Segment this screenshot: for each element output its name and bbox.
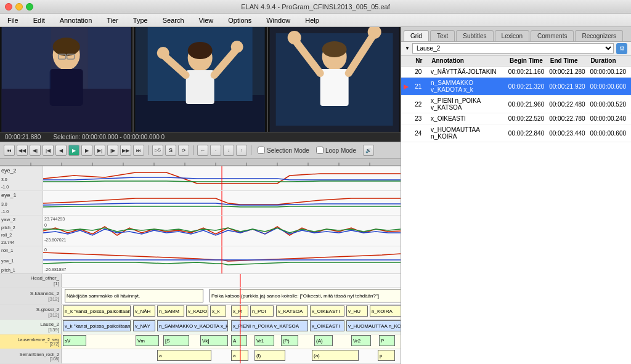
annotation-block[interactable]: x_OIKEASTI <box>310 305 344 317</box>
right-panel: Grid Text Subtitles Lexicon Comments Rec… <box>401 27 631 364</box>
go-to-end-button[interactable]: ⏭ <box>133 145 144 156</box>
annotation-block[interactable]: (P) <box>281 335 298 346</box>
selection-mode-checkbox[interactable] <box>258 147 265 154</box>
menu-type[interactable]: Type <box>131 15 150 25</box>
svg-rect-9 <box>88 27 131 89</box>
annotation-block[interactable]: x_k <box>210 305 226 317</box>
row-nr: 20 <box>412 68 428 76</box>
menu-options[interactable]: Options <box>226 15 254 25</box>
annotation-block[interactable]: v_KADO <box>186 305 208 317</box>
step-btn[interactable]: S <box>165 145 176 156</box>
prev-unit-button[interactable]: ◀ <box>55 145 67 156</box>
menu-view[interactable]: View <box>197 15 216 25</box>
row-annotation: v_HUOMAUTTAA n_KOIRA <box>428 126 506 140</box>
annotation-block[interactable]: n_SAMM <box>157 305 184 317</box>
list-item[interactable]: 24 v_HUOMAUTTAA n_KOIRA 00:00:22.840 00:… <box>401 124 631 142</box>
annotation-block[interactable]: v_NÄY <box>133 320 155 331</box>
annotation-block[interactable]: n_SAMMAKKO v_KADOTA x_k <box>157 320 228 331</box>
tier-dropdown[interactable]: ▼ Lause_2 ⚙ <box>401 42 631 55</box>
annotation-block[interactable]: (a) <box>312 350 359 361</box>
tier-content-head-other[interactable] <box>62 274 401 287</box>
annotation-block[interactable]: a <box>231 350 248 361</box>
annotation-block[interactable]: sV <box>63 335 86 346</box>
next-frame-button[interactable]: ▶▶ <box>120 145 131 156</box>
annotation-block[interactable]: n_k "kansi_poissa_paikoiltaan" <box>63 305 131 317</box>
annotation-block[interactable]: n_POI <box>250 305 274 317</box>
annotation-block[interactable]: P <box>379 335 395 346</box>
annotation-block[interactable]: v_HUOMAUTTAA n_KOIRA <box>346 320 401 331</box>
list-item[interactable]: 23 x_OIKEASTI 00:00:22.520 00:00:22.780 … <box>401 113 631 124</box>
menu-annotation[interactable]: Annotation <box>57 15 95 25</box>
tab-text[interactable]: Text <box>430 30 455 41</box>
next-annotation-button[interactable]: ▶| <box>94 145 105 156</box>
annotation-block[interactable]: a <box>157 350 211 361</box>
annotation-block[interactable]: x_OIKEASTI <box>310 320 344 331</box>
tier-content-semanttinen2[interactable]: a a (l) (a) p <box>62 349 401 363</box>
loop-mode-checkbox[interactable] <box>316 147 324 154</box>
tier-content-skaannos2[interactable]: Näköjään sammakko oli hävinnyt. Poika ka… <box>62 288 401 304</box>
svg-point-18 <box>231 41 243 53</box>
annotation-block[interactable]: (A) <box>314 335 333 346</box>
annotation-step-btn[interactable]: ▷S <box>152 145 163 156</box>
prev-second-button[interactable]: ◀| <box>30 145 41 156</box>
loop-btn[interactable]: ⟳ <box>178 145 189 156</box>
window-controls[interactable] <box>5 3 33 10</box>
tab-subtitles[interactable]: Subtitles <box>456 30 493 41</box>
annotation-block[interactable]: v_NÄH <box>133 305 155 317</box>
close-button[interactable] <box>5 3 12 10</box>
annotation-block[interactable]: Näköjään sammakko oli hävinnyt. <box>65 289 203 302</box>
minimize-button[interactable] <box>15 3 23 10</box>
prev-annotation-button[interactable]: |◀ <box>43 145 54 156</box>
annotation-block[interactable]: Vr2 <box>351 335 371 346</box>
menu-help[interactable]: Help <box>303 15 322 25</box>
annotation-block[interactable]: n_KOIRA <box>370 305 401 317</box>
tier-select[interactable]: Lause_2 <box>412 43 614 54</box>
menu-search[interactable]: Search <box>160 15 187 25</box>
selection-info: Selection: 00:00:00.000 - 00:00:00.000 0 <box>53 134 165 140</box>
svg-point-17 <box>157 47 169 59</box>
annotation-block[interactable]: Vm <box>136 335 159 346</box>
next-unit-button[interactable]: ▶ <box>81 145 92 156</box>
annotation-block[interactable]: [S <box>163 335 189 346</box>
filter-button[interactable]: ⚙ <box>616 43 627 54</box>
tab-recognizers[interactable]: Recognizers <box>575 30 623 41</box>
go-to-start-button[interactable]: ⏮ <box>4 145 15 156</box>
menu-edit[interactable]: Edit <box>31 15 47 25</box>
maximize-button[interactable] <box>26 3 33 10</box>
tier-content-lause2[interactable]: v_k "kansi_poissa_paikoiltaan" v_NÄY n_S… <box>62 320 401 334</box>
annotation-block[interactable]: v_KATSOA <box>276 305 308 317</box>
next-second-button[interactable]: |▶ <box>107 145 118 156</box>
selection-up[interactable]: ↑ <box>236 145 247 156</box>
annotation-block[interactable]: Vr1 <box>254 335 274 346</box>
annotation-block[interactable]: x_PIENI n_POIKA v_KATSOA <box>231 320 308 331</box>
annotation-block[interactable]: x_Pi <box>231 305 248 317</box>
list-item[interactable]: 20 v_NÄYTTÄÄ-JOLTAKIN 00:00:21.160 00:00… <box>401 67 631 78</box>
annotation-block[interactable]: v_k "kansi_poissa_paikoiltaan" <box>63 320 131 331</box>
selection-mode-check[interactable]: Selection Mode <box>258 147 309 154</box>
list-item[interactable]: ▶ 21 n_SAMMAKKO v_KADOTA x_k 00:00:21.32… <box>401 78 631 95</box>
menu-tier[interactable]: Tier <box>104 15 121 25</box>
volume-button[interactable]: 🔊 <box>363 145 374 156</box>
svg-rect-3 <box>50 69 83 106</box>
prev-frame-button[interactable]: ◀◀ <box>17 145 28 156</box>
tab-lexicon[interactable]: Lexicon <box>495 30 529 41</box>
tab-grid[interactable]: Grid <box>404 30 429 41</box>
menu-file[interactable]: File <box>5 15 21 25</box>
tier-content-lauserakenne2[interactable]: sV Vm [S Vk] A Vr1 (P) (A) Vr2 P <box>62 334 401 349</box>
play-button[interactable]: ▶ <box>68 145 79 156</box>
annotation-block[interactable]: (l) <box>254 350 285 361</box>
list-item[interactable]: 22 x_PIENI n_POIKA v_KATSOA 00:00:21.960… <box>401 95 631 113</box>
selection-left[interactable]: ← <box>197 145 208 156</box>
annotation-block[interactable]: p <box>378 350 395 361</box>
selection-down[interactable]: ↓ <box>223 145 234 156</box>
annotation-block[interactable]: Poika katsoo (purkkia ja) sanoo koiralle… <box>210 289 401 302</box>
loop-mode-check[interactable]: Loop Mode <box>316 147 356 154</box>
annotation-block[interactable]: Vk] <box>200 335 228 346</box>
row-duration: 00:00:00.520 <box>588 100 629 108</box>
annotation-block[interactable]: A <box>231 335 247 346</box>
menu-window[interactable]: Window <box>264 15 293 25</box>
selection-center[interactable]: · <box>210 145 221 156</box>
annotation-block[interactable]: v_HU <box>346 305 368 317</box>
tab-comments[interactable]: Comments <box>531 30 574 41</box>
tier-content-sglossi2[interactable]: n_k "kansi_poissa_paikoiltaan" v_NÄH n_S… <box>62 305 401 319</box>
